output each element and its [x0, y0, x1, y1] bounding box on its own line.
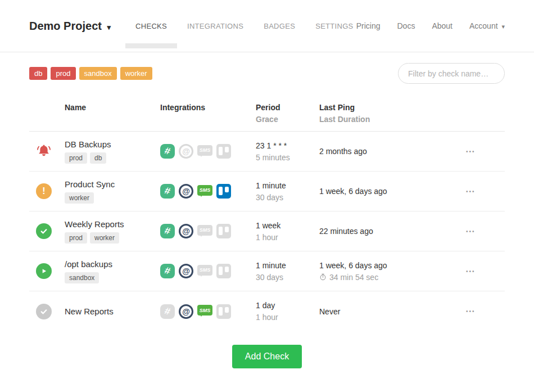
email-integration-icon: @: [179, 184, 193, 199]
sms-integration-icon: SMS: [197, 145, 212, 156]
checks-table: Name Integrations Period Grace Last Ping…: [29, 98, 505, 331]
search-container: [398, 63, 505, 84]
table-row-db-backups[interactable]: DB Backups prod db # @ SMS 23 1 * * * 5 …: [29, 132, 505, 172]
trello-integration-icon: [216, 224, 231, 238]
tag-filter-sandbox[interactable]: sandbox: [79, 67, 117, 80]
check-name[interactable]: Product Sync: [65, 179, 160, 189]
add-check-button[interactable]: Add Check: [232, 345, 302, 368]
check-last-ping: 2 months ago: [319, 147, 457, 156]
nav-link-pricing[interactable]: Pricing: [356, 21, 381, 30]
check-grace: 30 days: [256, 193, 319, 202]
account-label: Account: [469, 21, 498, 30]
column-header-integrations: Integrations: [160, 103, 256, 124]
tag-filter-group: db prod sandbox worker: [29, 67, 152, 80]
tag-filter-prod[interactable]: prod: [51, 67, 75, 80]
email-integration-icon: @: [179, 304, 193, 319]
check-tag: prod: [65, 232, 87, 244]
secondary-nav: Pricing Docs About Account ▾: [356, 21, 505, 30]
chevron-down-icon: ▾: [501, 23, 505, 30]
tag-filter-worker[interactable]: worker: [120, 67, 152, 80]
tab-integrations[interactable]: INTEGRATIONS: [187, 22, 243, 30]
check-tag: worker: [90, 232, 119, 244]
table-row-product-sync[interactable]: ! Product Sync worker # @ SMS 1 minute: [29, 172, 505, 211]
primary-tabs: CHECKS INTEGRATIONS BADGES SETTINGS: [135, 22, 354, 30]
check-name[interactable]: /opt backups: [65, 259, 160, 269]
check-tag: prod: [65, 152, 87, 164]
check-last-ping: 22 minutes ago: [319, 227, 457, 236]
sms-integration-icon: SMS: [197, 225, 212, 236]
slack-integration-icon: #: [160, 304, 175, 319]
check-tag: sandbox: [65, 272, 99, 283]
check-period: 1 minute: [256, 261, 319, 270]
project-switcher-dropdown[interactable]: Demo Project ▾: [29, 20, 111, 33]
check-period: 1 week: [256, 221, 319, 230]
check-period: 1 day: [256, 301, 319, 310]
column-header-last-duration: Last Duration: [319, 115, 457, 124]
sms-integration-icon: SMS: [197, 305, 212, 316]
status-warning-icon: !: [36, 183, 52, 199]
column-header-last-ping: Last Ping: [319, 103, 457, 112]
project-title: Demo Project: [29, 20, 102, 32]
trello-integration-icon: [216, 144, 231, 159]
slack-integration-icon: #: [160, 184, 175, 199]
check-last-duration: 34 min 54 sec: [319, 273, 457, 282]
chevron-down-icon: ▾: [107, 23, 111, 31]
check-period: 23 1 * * *: [256, 141, 319, 150]
check-tag: worker: [65, 192, 94, 204]
account-dropdown[interactable]: Account ▾: [469, 21, 505, 30]
column-header-period: Period: [256, 103, 319, 112]
trello-integration-icon: [216, 264, 231, 278]
table-row-new-reports[interactable]: New Reports # @ SMS 1 day 1 hour Never •…: [29, 291, 505, 331]
column-header-grace: Grace: [256, 115, 319, 124]
check-tag: db: [90, 152, 106, 164]
email-integration-icon: @: [179, 264, 193, 278]
check-name-filter-input[interactable]: [398, 63, 505, 84]
status-new-check-icon: [36, 304, 52, 319]
check-name[interactable]: New Reports: [65, 307, 160, 316]
slack-integration-icon: #: [160, 224, 175, 238]
status-running-play-icon: [36, 263, 52, 279]
slack-integration-icon: #: [160, 144, 175, 159]
trello-integration-icon: [216, 184, 231, 199]
row-menu-button[interactable]: •••: [463, 225, 479, 238]
slack-integration-icon: #: [160, 264, 175, 278]
check-last-ping: 1 week, 6 days ago: [319, 261, 457, 270]
check-last-ping: Never: [319, 307, 457, 316]
row-menu-button[interactable]: •••: [463, 305, 479, 318]
email-integration-icon: @: [179, 144, 193, 159]
status-alert-bell-icon: [36, 143, 52, 159]
table-row-weekly-reports[interactable]: Weekly Reports prod worker # @ SMS 1 wee…: [29, 211, 505, 251]
row-menu-button[interactable]: •••: [463, 185, 479, 198]
top-nav-bar: Demo Project ▾ CHECKS INTEGRATIONS BADGE…: [0, 0, 534, 52]
table-row-opt-backups[interactable]: /opt backups sandbox # @ SMS 1 minute 30…: [29, 251, 505, 291]
check-period: 1 minute: [256, 181, 319, 190]
row-menu-button[interactable]: •••: [463, 265, 479, 278]
check-grace: 1 hour: [256, 233, 319, 242]
check-grace: 1 hour: [256, 313, 319, 322]
status-ok-check-icon: [36, 223, 52, 239]
table-header-row: Name Integrations Period Grace Last Ping…: [29, 98, 505, 132]
check-name[interactable]: Weekly Reports: [65, 219, 160, 229]
sms-integration-icon: SMS: [197, 265, 212, 276]
check-name[interactable]: DB Backups: [65, 139, 160, 149]
filter-toolbar: db prod sandbox worker: [29, 63, 505, 84]
check-grace: 30 days: [256, 273, 319, 282]
check-grace: 5 minutes: [256, 153, 319, 162]
tab-checks[interactable]: CHECKS: [135, 22, 167, 30]
tab-settings[interactable]: SETTINGS: [315, 22, 353, 30]
tag-filter-db[interactable]: db: [29, 67, 47, 80]
nav-link-docs[interactable]: Docs: [397, 21, 415, 30]
stopwatch-icon: [319, 273, 327, 281]
check-last-ping: 1 week, 6 days ago: [319, 187, 457, 196]
trello-integration-icon: [216, 304, 231, 319]
nav-link-about[interactable]: About: [432, 21, 452, 30]
column-header-name: Name: [65, 103, 160, 124]
email-integration-icon: @: [179, 224, 193, 238]
tab-badges[interactable]: BADGES: [264, 22, 295, 30]
sms-integration-icon: SMS: [197, 185, 212, 196]
row-menu-button[interactable]: •••: [463, 145, 479, 158]
